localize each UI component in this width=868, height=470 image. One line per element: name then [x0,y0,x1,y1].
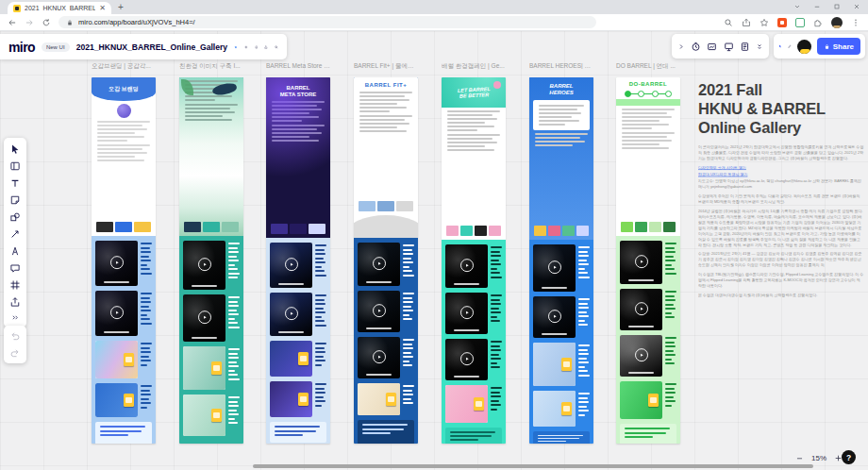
frame-title[interactable]: 배럴 환경캠페인 | Ge... [442,62,506,71]
video-item[interactable] [95,241,152,286]
video-item[interactable] [445,339,502,380]
sticky-note-tool-icon[interactable] [9,194,21,206]
window-menu-icon[interactable] [793,3,801,10]
video-item[interactable] [183,294,240,342]
board-title[interactable]: 2021_HKNUX_BARREL_Online_Gallery [76,42,227,52]
video-thumbnail[interactable] [445,339,488,380]
footer-note[interactable] [270,422,326,443]
board-column-4[interactable]: BARREL FIT+ [354,77,418,444]
footer-note[interactable] [358,420,414,444]
frame-title[interactable]: DO BARREL | 연대 ... [616,62,680,71]
pen-tool-icon[interactable] [9,245,21,257]
extension-icon-a[interactable] [777,18,787,27]
board-column-5[interactable]: LET BARREL BE BETTER [442,77,506,444]
play-icon[interactable] [548,310,561,323]
more-tools-icon[interactable] [754,42,764,50]
slide-card-item[interactable] [95,383,152,417]
video-thumbnail[interactable] [620,289,662,330]
more-tools-chevrons-icon[interactable] [9,313,21,322]
play-icon[interactable] [635,302,648,315]
play-icon[interactable] [285,258,298,271]
video-item[interactable] [445,244,502,288]
presentation-icon[interactable] [724,42,734,52]
video-item[interactable] [358,243,414,286]
window-minimize-icon[interactable] [813,3,821,10]
horizontal-scrollbar[interactable] [253,464,813,468]
new-tab-button[interactable]: + [118,2,124,14]
gallery-link[interactable]: 디자인학부 소개 사이트 열기 [698,165,864,171]
video-item[interactable] [358,337,414,378]
board-column-1[interactable]: 오감 브랜딩 [92,77,156,444]
video-item[interactable] [270,243,326,288]
slide-card-item[interactable] [358,383,414,415]
video-item[interactable] [533,296,590,338]
video-item[interactable] [620,241,676,284]
card-thumbnail[interactable] [358,383,400,415]
slide-card-item[interactable] [445,385,502,423]
video-thumbnail[interactable] [95,291,138,336]
card-thumbnail[interactable] [533,391,576,427]
slide-card-item[interactable] [95,341,152,378]
footer-note[interactable] [620,424,676,444]
play-icon[interactable] [198,258,211,271]
video-thumbnail[interactable] [620,241,662,284]
board-column-6[interactable]: BARREL HEROES [529,77,593,444]
card-thumbnail[interactable] [95,341,138,378]
export-image-icon[interactable] [707,42,717,52]
bookmark-star-icon[interactable] [760,18,769,27]
video-item[interactable] [358,291,414,332]
video-thumbnail[interactable] [358,291,400,332]
gallery-link[interactable]: 한경대 UX디자인 동영상 열기 [698,172,864,177]
play-icon[interactable] [548,260,561,274]
slide-card-item[interactable] [183,394,240,436]
card-thumbnail[interactable] [270,341,312,377]
video-thumbnail[interactable] [358,337,400,378]
comment-tool-icon[interactable] [9,262,21,274]
footer-note[interactable] [533,431,590,444]
browser-tab[interactable]: 2021_HKNUX_BARREL_Online_G... ✕ [8,2,111,14]
play-icon[interactable] [373,304,386,317]
card-thumbnail[interactable] [183,394,225,436]
video-thumbnail[interactable] [358,243,400,286]
notifications-bell-icon[interactable] [255,42,259,53]
video-thumbnail[interactable] [183,241,225,290]
poster[interactable]: DO-BARREL [616,77,680,236]
pen-mode-icon[interactable] [788,41,792,52]
play-icon[interactable] [460,259,474,272]
board-column-3[interactable]: BARREL META STORE [266,77,330,444]
play-icon[interactable] [373,257,386,270]
tab-close-icon[interactable]: ✕ [99,5,106,12]
follow-cursor-icon[interactable] [778,41,782,52]
video-thumbnail[interactable] [183,294,225,342]
video-thumbnail[interactable] [620,335,662,377]
upload-tool-icon[interactable] [9,296,21,308]
redo-icon[interactable] [9,347,21,359]
card-thumbnail[interactable] [533,343,576,386]
browser-share-icon[interactable] [742,18,751,27]
frame-title[interactable]: BARREL HEROES| Ge... [529,62,593,69]
zoom-out-icon[interactable] [795,454,804,462]
video-thumbnail[interactable] [270,293,312,336]
board-column-7[interactable]: DO-BARREL [616,77,680,444]
settings-gear-icon[interactable] [244,42,248,53]
extension-icon-b[interactable] [795,18,805,27]
play-icon[interactable] [635,348,648,361]
play-icon[interactable] [198,311,211,324]
templates-tool-icon[interactable] [9,160,21,172]
side-search-icon[interactable] [724,18,733,27]
browser-menu-icon[interactable] [851,18,860,27]
user-avatar[interactable] [797,40,811,54]
video-thumbnail[interactable] [533,244,576,292]
play-icon[interactable] [110,306,124,319]
poster[interactable] [179,77,243,236]
footer-note[interactable] [95,422,152,444]
extensions-puzzle-icon[interactable] [813,18,823,27]
miro-logo[interactable]: miro [8,40,35,55]
play-icon[interactable] [285,307,298,320]
notes-doc-icon[interactable] [740,42,750,52]
connector-tool-icon[interactable] [9,228,21,240]
poster[interactable]: BARREL META STORE [266,77,330,238]
canvas[interactable]: miro New UI 2021_HKNUX_BARREL_Online_Gal… [0,31,868,470]
footer-note[interactable] [445,428,502,444]
video-item[interactable] [445,293,502,334]
